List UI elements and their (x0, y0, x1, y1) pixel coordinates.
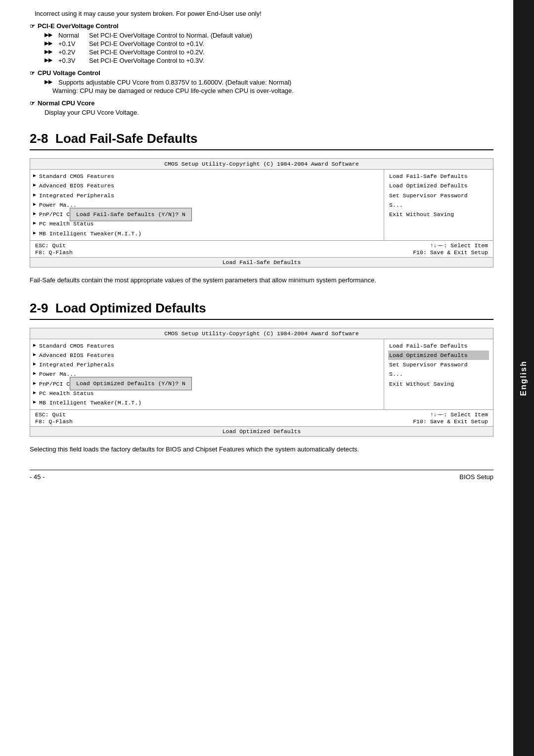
sub-desc: Set PCI-E OverVoltage Control to Normal.… (89, 32, 252, 39)
bios-nav-29: ↑↓→←: Select Item (430, 411, 488, 418)
sub-desc: Supports adjustable CPU Vcore from 0.837… (58, 79, 291, 86)
bios-arrow-icon: ▶ (33, 220, 36, 227)
bios-f8-29: F8: Q-Flash (35, 418, 73, 425)
bios-arrow-icon: ▶ (33, 380, 36, 387)
page-footer: - 45 - BIOS Setup (30, 470, 493, 484)
bios-right-item-5: Exit Without Saving (388, 379, 489, 389)
page-section: BIOS Setup (459, 473, 493, 481)
bios-item-2: ▶ Advanced BIOS Features (30, 351, 384, 360)
bios-screenshot-29: CMOS Setup Utility-Copyright (C) 1984-20… (30, 328, 493, 437)
sub-label: Normal (58, 32, 83, 39)
section-29-desc: Selecting this field loads the factory d… (30, 445, 493, 455)
bios-right-item-2: Load Optimized Defaults (388, 181, 489, 190)
top-intro: Incorrect using it may cause your system… (35, 10, 493, 17)
section-29-heading: 2-9 Load Optimized Defaults (30, 301, 493, 320)
bios-right-item-4: S... (388, 200, 489, 210)
sub-desc: Set PCI-E OverVoltage Control to +0.3V. (89, 57, 204, 64)
bios-arrow-icon: ▶ (33, 229, 36, 237)
section-28-desc: Fail-Safe defaults contain the most appr… (30, 275, 493, 286)
bios-footer-left-29: ESC: Quit F8: Q-Flash (35, 411, 73, 425)
bios-arrow-icon: ▶ (33, 210, 36, 218)
bios-f10-29: F10: Save & Exit Setup (413, 418, 488, 425)
bios-label: MB Intelligent Tweaker(M.I.T.) (39, 399, 141, 407)
bios-label: Standard CMOS Features (39, 172, 114, 180)
section-29: 2-9 Load Optimized Defaults CMOS Setup U… (30, 301, 493, 455)
sidebar-english: English (513, 0, 534, 756)
bios-right-item-5: Exit Without Saving (388, 210, 489, 219)
sub-desc: Warning: CPU may be damaged or reduce CP… (52, 87, 294, 94)
pci-e-title: ☞ PCI-E OverVoltage Control (30, 22, 493, 30)
bios-right-panel-29: Load Fail-Safe Defaults Load Optimized D… (384, 339, 493, 410)
sub-label: +0.3V (58, 57, 83, 64)
bios-footer-29: ESC: Quit F8: Q-Flash ↑↓→←: Select Item … (30, 410, 493, 427)
bios-footer-right-29: ↑↓→←: Select Item F10: Save & Exit Setup (413, 411, 488, 425)
bios-label: MB Intelligent Tweaker(M.I.T.) (39, 229, 141, 238)
bios-item-3: ▶ Integrated Peripherals (30, 191, 384, 200)
section-arrow-icon: ☞ (30, 23, 35, 30)
bios-arrow-icon: ▶ (33, 399, 36, 406)
bios-right-item-1: Load Fail-Safe Defaults (388, 172, 489, 181)
cpu-voltage-title: ☞ CPU Voltage Control (30, 69, 493, 77)
page-number: - 45 - (30, 473, 44, 481)
cpu-vcore-section: ☞ Normal CPU Vcore Display your CPU Vcor… (30, 99, 493, 116)
pci-e-section: ☞ PCI-E OverVoltage Control ▶▶ Normal Se… (30, 22, 493, 64)
bios-item-2: ▶ Advanced BIOS Features (30, 181, 384, 190)
bios-arrow-icon: ▶ (33, 172, 36, 179)
bios-nav: ↑↓→←: Select Item (430, 242, 488, 249)
bios-item-7: ▶ MB Intelligent Tweaker(M.I.T.) (30, 398, 384, 407)
cpu-voltage-warning: Warning: CPU may be damaged or reduce CP… (52, 87, 493, 94)
bios-title-bar-29: CMOS Setup Utility-Copyright (C) 1984-20… (30, 328, 493, 339)
bios-f10: F10: Save & Exit Setup (413, 249, 488, 256)
bios-esc: ESC: Quit (35, 242, 73, 249)
bios-status-29: Load Optimized Defaults (30, 427, 493, 436)
section-28-heading: 2-8 Load Fail-Safe Defaults (30, 131, 493, 150)
sub-desc: Set PCI-E OverVoltage Control to +0.2V. (89, 48, 204, 56)
sub-desc: Display your CPU Vcore Voltage. (44, 109, 139, 116)
bios-status-28: Load Fail-Safe Defaults (30, 258, 493, 267)
sub-label: +0.1V (58, 40, 83, 47)
double-arrow-icon: ▶▶ (44, 79, 52, 86)
bios-item-3: ▶ Integrated Peripherals (30, 360, 384, 369)
cpu-vcore-title: ☞ Normal CPU Vcore (30, 99, 493, 107)
cpu-voltage-desc1: ▶▶ Supports adjustable CPU Vcore from 0.… (44, 79, 493, 86)
pci-e-01v: ▶▶ +0.1V Set PCI-E OverVoltage Control t… (44, 40, 493, 47)
bios-arrow-icon: ▶ (33, 191, 36, 199)
pci-e-02v: ▶▶ +0.2V Set PCI-E OverVoltage Control t… (44, 48, 493, 56)
bios-label: Integrated Peripherals (39, 360, 114, 369)
bios-label: Integrated Peripherals (39, 191, 114, 200)
double-arrow-icon: ▶▶ (44, 32, 52, 39)
section-arrow-icon: ☞ (30, 70, 35, 77)
bios-item-7: ▶ MB Intelligent Tweaker(M.I.T.) (30, 229, 384, 238)
bios-f8: F8: Q-Flash (35, 249, 73, 256)
top-section: Incorrect using it may cause your system… (30, 10, 493, 116)
bios-arrow-icon: ▶ (33, 351, 36, 358)
pci-e-normal: ▶▶ Normal Set PCI-E OverVoltage Control … (44, 32, 493, 39)
bios-esc-29: ESC: Quit (35, 411, 73, 418)
bios-dialog-29: Load Optimized Defaults (Y/N)? N (70, 377, 192, 391)
bios-screenshot-28: CMOS Setup Utility-Copyright (C) 1984-20… (30, 158, 493, 267)
bios-main-area-29: ▶ Standard CMOS Features ▶ Advanced BIOS… (30, 339, 493, 410)
bios-right-item-1: Load Fail-Safe Defaults (388, 341, 489, 351)
bios-label: Standard CMOS Features (39, 342, 114, 350)
bios-footer-28: ESC: Quit F8: Q-Flash ↑↓→←: Select Item … (30, 241, 493, 258)
bios-right-item-3: Set Supervisor Password (388, 360, 489, 369)
bios-arrow-icon: ▶ (33, 181, 36, 189)
bios-arrow-icon: ▶ (33, 342, 36, 349)
bios-main-area: ▶ Standard CMOS Features ▶ Advanced BIOS… (30, 170, 493, 241)
bios-arrow-icon: ▶ (33, 370, 36, 377)
bios-left-panel: ▶ Standard CMOS Features ▶ Advanced BIOS… (30, 170, 384, 240)
bios-item-5: ▶ PnP/PCI C... Load Fail-Safe Defaults (… (30, 210, 384, 219)
bios-label: Advanced BIOS Features (39, 351, 114, 359)
bios-left-panel-29: ▶ Standard CMOS Features ▶ Advanced BIOS… (30, 339, 384, 410)
cpu-vcore-desc: Display your CPU Vcore Voltage. (44, 109, 493, 116)
bios-footer-right: ↑↓→←: Select Item F10: Save & Exit Setup (413, 242, 488, 256)
bios-dialog-28: Load Fail-Safe Defaults (Y/N)? N (70, 208, 192, 221)
double-arrow-icon: ▶▶ (44, 48, 52, 56)
bios-arrow-icon: ▶ (33, 360, 36, 368)
cpu-voltage-section: ☞ CPU Voltage Control ▶▶ Supports adjust… (30, 69, 493, 94)
bios-right-panel: Load Fail-Safe Defaults Load Optimized D… (384, 170, 493, 240)
section-28: 2-8 Load Fail-Safe Defaults CMOS Setup U… (30, 131, 493, 286)
bios-label: Advanced BIOS Features (39, 181, 114, 190)
sub-desc: Set PCI-E OverVoltage Control to +0.1V. (89, 40, 204, 47)
bios-item-1: ▶ Standard CMOS Features (30, 172, 384, 181)
